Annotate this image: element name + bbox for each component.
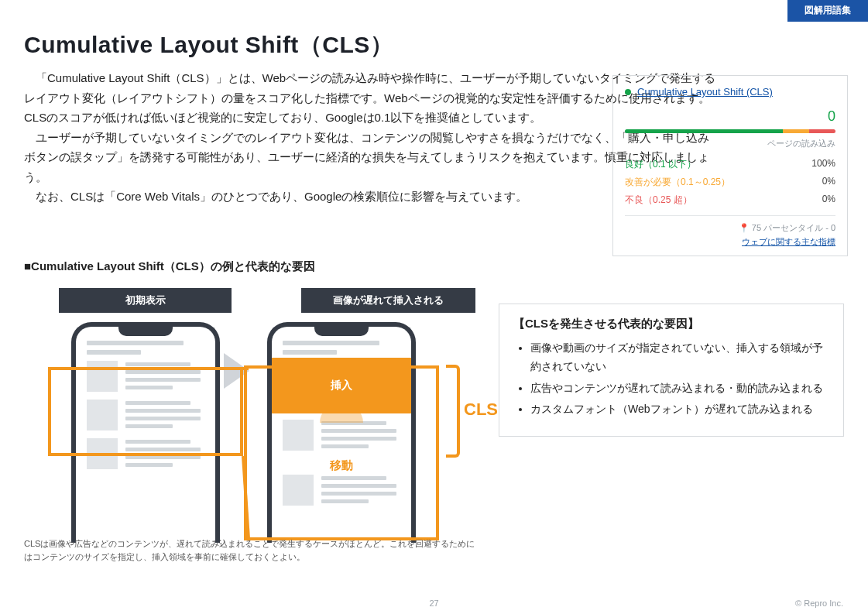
metric-web-vitals-link[interactable]: ウェブに関する主な指標: [625, 236, 835, 248]
cls-diagram: 初期表示 画像が遅れて挿入される 挿入 移動: [24, 288, 482, 551]
cause-item: カスタムフォント（Webフォント）が遅れて読み込まれる: [530, 400, 829, 419]
metric-title[interactable]: Cumulative Layout Shift (CLS): [625, 86, 835, 98]
metric-row: 不良（0.25 超）0%: [625, 191, 835, 209]
svg-line-1: [243, 456, 249, 539]
causes-list: 画像や動画のサイズが指定されていない、挿入する領域が予約されていない広告やコンテ…: [513, 339, 829, 419]
copyright: © Repro Inc.: [795, 599, 843, 608]
metric-percentile: 📍75 パーセンタイル - 0: [625, 215, 835, 234]
status-dot-icon: [625, 89, 631, 95]
category-badge: 図解用語集: [787, 0, 868, 22]
diagram-caption: CLSは画像や広告などのコンテンツが、遅れて読み込まれることで発生するケースがほ…: [24, 537, 482, 564]
cls-label: CLS: [464, 400, 498, 420]
cls-metric-card: Cumulative Layout Shift (CLS) 0 ページの読み込み…: [612, 75, 848, 256]
phone-before: [71, 322, 220, 543]
diagram-label-initial: 初期表示: [59, 288, 232, 313]
cls-bracket: [446, 365, 460, 458]
causes-heading: 【CLSを発生させる代表的な要因】: [513, 317, 829, 331]
cause-item: 画像や動画のサイズが指定されていない、挿入する領域が予約されていない: [530, 339, 829, 376]
page-number: 27: [429, 599, 438, 608]
metric-row: 良好（0.1 以下）100%: [625, 156, 835, 173]
metric-bar: [625, 129, 835, 133]
arrow-right-icon: [224, 353, 249, 389]
section-heading: ■Cumulative Layout Shift（CLS）の例と代表的な要因: [24, 259, 315, 274]
phone-after: 挿入 移動: [267, 322, 416, 543]
move-label: 移動: [283, 458, 400, 473]
inserted-block: 挿入: [272, 358, 411, 413]
pin-icon: 📍: [739, 223, 750, 233]
metric-score: 0: [625, 108, 835, 125]
page-title: Cumulative Layout Shift（CLS）: [24, 29, 393, 61]
causes-box: 【CLSを発生させる代表的な要因】 画像や動画のサイズが指定されていない、挿入す…: [499, 304, 844, 437]
metric-xaxis: ページの読み込み: [625, 138, 835, 149]
metric-row: 改善が必要（0.1～0.25）0%: [625, 173, 835, 191]
diagram-label-after: 画像が遅れて挿入される: [301, 288, 475, 313]
metric-title-text: Cumulative Layout Shift (CLS): [637, 86, 773, 98]
cause-item: 広告やコンテンツが遅れて読み込まれる・動的読み込まれる: [530, 379, 829, 398]
